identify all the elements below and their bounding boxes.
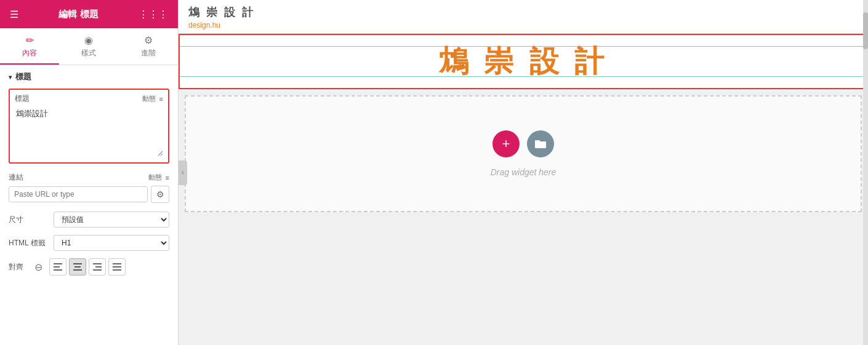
- svg-rect-11: [113, 269, 121, 271]
- link-settings-button[interactable]: ⚙: [151, 186, 169, 203]
- link-section: 連結 動態 ≡ ⚙: [9, 172, 169, 203]
- heading-display-text: 鴆 崇 設 計: [439, 42, 608, 81]
- tabs: ✏ 內容 ◉ 樣式 ⚙ 進階: [0, 28, 178, 65]
- canvas-area: 鴆 崇 設 計 + Drag widget here: [179, 34, 868, 345]
- scrollbar-right[interactable]: [863, 0, 868, 345]
- heading-menu-icon[interactable]: ≡: [159, 95, 163, 103]
- link-input[interactable]: [9, 186, 148, 202]
- style-tab-icon: ◉: [84, 34, 93, 46]
- gear-icon: ⚙: [156, 189, 164, 199]
- size-label: 尺寸: [9, 215, 49, 225]
- top-bar: ☰ 編輯 標題 ⋮⋮⋮: [0, 0, 178, 28]
- html-tag-row: HTML 標籤 H1 H2 H3 H4 H5 H6 div span p: [9, 235, 169, 251]
- svg-rect-9: [113, 263, 121, 264]
- link-field-actions: 動態 ≡: [148, 173, 169, 182]
- tab-content-label: 內容: [22, 48, 37, 58]
- tab-style-label: 樣式: [81, 48, 96, 58]
- alignment-row: 對齊 ⊖: [9, 258, 169, 276]
- svg-rect-7: [95, 266, 102, 268]
- link-menu-icon[interactable]: ≡: [166, 174, 169, 181]
- svg-rect-8: [93, 269, 102, 271]
- tab-style[interactable]: ◉ 樣式: [59, 28, 118, 65]
- svg-rect-2: [54, 269, 62, 271]
- add-widget-button[interactable]: +: [492, 130, 520, 157]
- drag-widget-buttons: +: [492, 130, 554, 157]
- folder-widget-button[interactable]: [527, 130, 554, 157]
- align-left-button[interactable]: [49, 258, 66, 276]
- align-right-button[interactable]: [89, 258, 106, 276]
- heading-textarea[interactable]: 鴆崇設計: [15, 107, 163, 156]
- link-dynamic-label[interactable]: 動態: [148, 173, 162, 182]
- panel-title: 編輯 標題: [58, 9, 98, 20]
- collapse-handle[interactable]: ‹: [179, 161, 187, 185]
- section-heading-label: 標題: [15, 71, 31, 82]
- link-label: 連結: [9, 172, 23, 183]
- grid-icon[interactable]: ⋮⋮⋮: [139, 9, 168, 20]
- heading-widget: 鴆 崇 設 計: [179, 34, 868, 89]
- alignment-buttons: [49, 258, 126, 276]
- svg-rect-1: [54, 266, 60, 268]
- hamburger-icon[interactable]: ☰: [10, 9, 18, 20]
- panel-content: ▾ 標題 標題 動態 ≡ 鴆崇設計 連結 動態: [0, 65, 178, 345]
- left-panel: ☰ 編輯 標題 ⋮⋮⋮ ✏ 內容 ◉ 樣式 ⚙ 進階 ▾ 標題: [0, 0, 179, 345]
- svg-rect-10: [113, 266, 121, 268]
- heading-field-label: 標題: [15, 93, 30, 104]
- main-area: 鴆 崇 設 計 design.hu 鴆 崇 設 計 + Drag widget …: [179, 0, 868, 345]
- alignment-minus-icon[interactable]: ⊖: [32, 261, 44, 273]
- tab-advanced[interactable]: ⚙ 進階: [119, 28, 178, 65]
- tab-content[interactable]: ✏ 內容: [0, 28, 59, 65]
- heading-field-actions: 動態 ≡: [142, 94, 163, 103]
- link-input-row: ⚙: [9, 186, 169, 203]
- svg-rect-4: [74, 266, 81, 268]
- align-center-button[interactable]: [69, 258, 86, 276]
- scrollbar-thumb[interactable]: [863, 12, 868, 49]
- tab-advanced-label: 進階: [141, 48, 156, 58]
- align-justify-button[interactable]: [108, 258, 126, 276]
- chevron-left-icon: ‹: [182, 169, 183, 176]
- svg-rect-3: [73, 263, 82, 264]
- html-tag-select[interactable]: H1 H2 H3 H4 H5 H6 div span p: [54, 235, 169, 251]
- alignment-label: 對齊: [9, 262, 27, 272]
- breadcrumb-site-name: 鴆 崇 設 計: [188, 5, 858, 20]
- content-tab-icon: ✏: [26, 34, 34, 46]
- advanced-tab-icon: ⚙: [144, 34, 153, 46]
- size-select[interactable]: 預設值 小 中 大: [54, 212, 169, 228]
- drag-widget-text: Drag widget here: [491, 167, 557, 177]
- drag-widget-area[interactable]: + Drag widget here: [185, 95, 862, 212]
- link-label-row: 連結 動態 ≡: [9, 172, 169, 183]
- section-header-heading: ▾ 標題: [9, 71, 169, 82]
- svg-rect-6: [93, 263, 102, 264]
- size-row: 尺寸 預設值 小 中 大: [9, 212, 169, 228]
- chevron-down-icon: ▾: [9, 74, 12, 81]
- breadcrumb-url: design.hu: [188, 21, 858, 33]
- heading-field-block: 標題 動態 ≡ 鴆崇設計: [9, 89, 169, 164]
- html-tag-label: HTML 標籤: [9, 238, 49, 248]
- heading-dynamic-label[interactable]: 動態: [142, 94, 156, 103]
- svg-rect-0: [54, 263, 62, 264]
- heading-label-row: 標題 動態 ≡: [15, 93, 163, 104]
- svg-rect-5: [73, 269, 82, 271]
- breadcrumb-bar: 鴆 崇 設 計 design.hu: [179, 0, 868, 34]
